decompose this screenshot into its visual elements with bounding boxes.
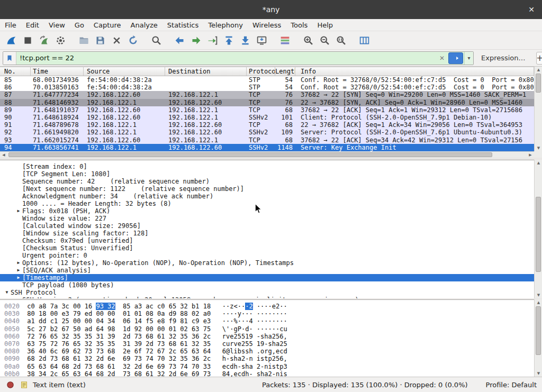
detail-line[interactable]: [Checksum Status: Unverified]	[0, 244, 534, 252]
hex-row[interactable]: 00b0 38 34 2c 65 63 64 68 2d 73 68 61 32…	[4, 370, 534, 377]
detail-line[interactable]: ▶Flags: 0x018 (PSH, ACK)	[0, 207, 534, 215]
column-header-protocol[interactable]: Protocol	[247, 67, 275, 76]
expression-button[interactable]: Expression…	[477, 54, 530, 62]
zoom-out-button[interactable]	[317, 33, 333, 48]
hscroll-thumb[interactable]	[8, 152, 492, 157]
packet-row[interactable]: 9471.663856741192.168.122.1192.168.122.6…	[0, 144, 534, 151]
detail-line[interactable]: ▶Options: (12 bytes), No-Operation (NOP)…	[0, 259, 534, 267]
find-packet-button[interactable]	[148, 33, 165, 48]
scroll-left-icon[interactable]: ◀	[0, 153, 7, 157]
packet-row[interactable]: 9371.662015274192.168.122.60192.168.122.…	[0, 136, 534, 144]
add-filter-button[interactable]: +	[536, 52, 542, 65]
profile-button[interactable]: Profile: Default	[486, 381, 537, 389]
hex-row[interactable]: 0040 a1 dd c1 25 00 00 04 34 06 14 f5 e8…	[4, 317, 534, 325]
menu-item-file[interactable]: File	[0, 20, 21, 30]
menu-item-go[interactable]: Go	[70, 20, 89, 30]
column-header-info[interactable]: Info	[295, 67, 534, 76]
go-back-button[interactable]	[171, 33, 188, 48]
menu-item-analyze[interactable]: Analyze	[126, 20, 162, 30]
detail-line[interactable]: [Window size scaling factor: 128]	[0, 230, 534, 237]
detail-line[interactable]: ▶[Timestamps]	[0, 274, 534, 281]
auto-scroll-button[interactable]	[254, 33, 270, 48]
expander-icon[interactable]: ▶	[15, 267, 22, 274]
stop-capture-button[interactable]	[20, 33, 36, 48]
go-to-packet-button[interactable]	[204, 33, 221, 48]
packet-row[interactable]: 9171.648789678192.168.122.1192.168.122.6…	[0, 121, 534, 129]
capture-options-button[interactable]	[52, 33, 69, 48]
detail-line[interactable]: ▶[SEQ/ACK analysis]	[0, 267, 534, 274]
detail-line[interactable]: ▼SSH Protocol	[0, 289, 534, 296]
filter-dropdown-button[interactable]: ▾	[464, 52, 473, 65]
close-file-button[interactable]	[109, 33, 125, 48]
packet-list-hscrollbar[interactable]: ◀ ▶	[0, 151, 534, 158]
zoom-in-button[interactable]	[300, 33, 317, 48]
packet-row[interactable]: 8771.647777234192.168.122.60192.168.122.…	[0, 91, 534, 98]
hex-row[interactable]: 0030 80 18 00 e3 79 ed 00 00 01 01 08 0a…	[4, 310, 534, 317]
scroll-right-icon[interactable]: ▶	[527, 153, 534, 157]
packet-row[interactable]: 8568.001734936fe:54:00:d4:38:2aSTP54Conf…	[0, 76, 534, 84]
detail-line[interactable]: Checksum: 0x79ed [unverified]	[0, 237, 534, 244]
detail-line[interactable]: TCP payload (1080 bytes)	[0, 281, 534, 289]
menu-item-telephony[interactable]: Telephony	[203, 20, 248, 30]
hex-row[interactable]: 0070 63 75 72 76 65 32 35 35 31 39 2d 73…	[4, 340, 534, 348]
scrollbar-thumb[interactable]	[536, 197, 541, 272]
scroll-up-icon[interactable]: ▲	[535, 160, 542, 166]
details-vscrollbar[interactable]: ▲ ▼	[534, 160, 542, 298]
detail-line[interactable]: [TCP Segment Len: 1080]	[0, 170, 534, 178]
filter-apply-button[interactable]	[448, 52, 463, 64]
expander-icon[interactable]: ▶	[15, 207, 22, 215]
scroll-up-icon[interactable]: ▲	[535, 299, 542, 306]
capture-comment-button[interactable]	[19, 380, 29, 389]
menu-item-help[interactable]: Help	[312, 20, 338, 30]
column-header-time[interactable]: Time	[31, 67, 84, 76]
menu-item-edit[interactable]: Edit	[21, 20, 44, 30]
hex-row[interactable]: 0050 5c 27 b2 67 50 ad 64 98 1d 92 00 00…	[4, 325, 534, 333]
detail-line[interactable]: [Stream index: 0]	[0, 163, 534, 170]
display-filter-field[interactable]: ✕ ▾	[3, 51, 474, 65]
packet-row[interactable]: 9071.648618924192.168.122.60192.168.122.…	[0, 114, 534, 121]
zoom-reset-button[interactable]	[333, 33, 349, 48]
close-window-button[interactable]: ✕	[526, 0, 537, 19]
scrollbar-thumb[interactable]	[536, 306, 541, 355]
detail-line[interactable]: Sequence number: 42 (relative sequence n…	[0, 178, 534, 185]
display-filter-input[interactable]	[16, 54, 437, 62]
go-last-button[interactable]	[237, 33, 254, 48]
menu-item-tools[interactable]: Tools	[286, 20, 312, 30]
open-file-button[interactable]	[76, 33, 92, 48]
detail-line[interactable]: Urgent pointer: 0	[0, 252, 534, 259]
expander-icon[interactable]: ▶	[15, 259, 22, 267]
hscroll-track[interactable]	[7, 152, 527, 158]
filter-bookmark-button[interactable]	[3, 52, 16, 65]
detail-line[interactable]: [Next sequence number: 1122 (relative se…	[0, 185, 534, 193]
detail-line[interactable]: [Calculated window size: 29056]	[0, 222, 534, 230]
hex-row[interactable]: 0090 68 2d 73 68 61 32 2d 6e 69 73 74 70…	[4, 355, 534, 362]
title-bar[interactable]: *any ✕	[0, 0, 542, 19]
packet-row[interactable]: 8670.013850163fe:54:00:d4:38:2aSTP54Conf…	[0, 84, 534, 91]
packet-row[interactable]: 9271.661949820192.168.122.1192.168.122.6…	[0, 129, 534, 136]
go-first-button[interactable]	[221, 33, 237, 48]
scroll-down-icon[interactable]: ▼	[535, 292, 542, 298]
scroll-down-icon[interactable]: ▼	[535, 370, 542, 377]
filter-clear-button[interactable]: ✕	[437, 54, 447, 62]
expander-icon[interactable]: ▶	[15, 274, 22, 281]
column-header-no[interactable]: No.	[0, 67, 31, 76]
detail-line[interactable]: Acknowledgment number: 34 (relative ack …	[0, 193, 534, 200]
save-file-button[interactable]	[92, 33, 109, 48]
packet-list-vscrollbar[interactable]: ▲ ▼	[534, 67, 542, 151]
menu-item-wireless[interactable]: Wireless	[248, 20, 286, 30]
scroll-down-icon[interactable]: ▼	[535, 145, 542, 151]
reload-button[interactable]	[125, 33, 141, 48]
column-header-source[interactable]: Source	[84, 67, 165, 76]
packet-row[interactable]: 8971.648191037192.168.122.60192.168.122.…	[0, 106, 534, 114]
go-forward-button[interactable]	[188, 33, 204, 48]
packet-row[interactable]: 8871.648146932192.168.122.1192.168.122.6…	[0, 99, 534, 106]
restart-capture-button[interactable]	[36, 33, 52, 48]
detail-line[interactable]: 1000 .... = Header Length: 32 bytes (8)	[0, 200, 534, 207]
detail-line[interactable]: Window size value: 227	[0, 215, 534, 222]
expert-info-button[interactable]	[5, 380, 15, 389]
menu-item-capture[interactable]: Capture	[89, 20, 126, 30]
resize-columns-button[interactable]	[356, 33, 373, 48]
menu-item-view[interactable]: View	[44, 20, 70, 30]
hex-vscrollbar[interactable]: ▲ ▼	[534, 299, 542, 377]
hex-row[interactable]: 00a0 65 63 64 68 2d 73 68 61 32 2d 6e 69…	[4, 363, 534, 370]
